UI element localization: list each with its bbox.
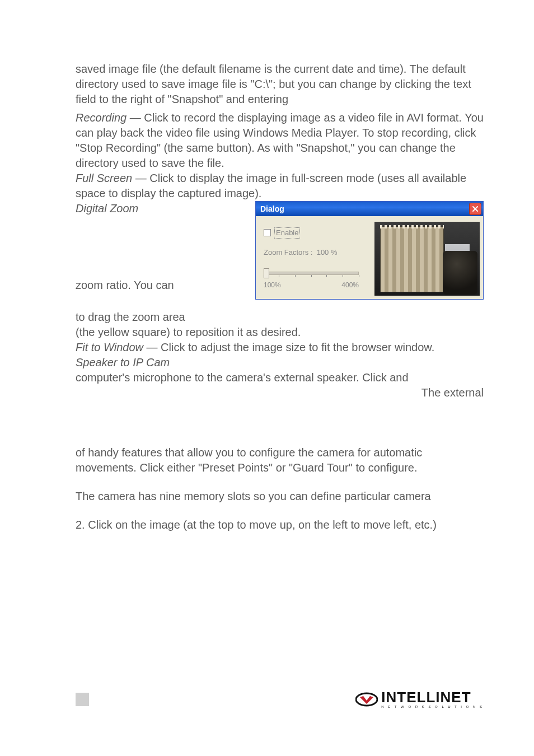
preview-top-edge: [380, 225, 444, 228]
text-speaker-body: computer's microphone to the camera's ex…: [76, 370, 484, 385]
zoom-value: 100: [317, 248, 329, 256]
dialog-title: Dialog: [260, 204, 284, 214]
term-fit-window: Fit to Window: [76, 341, 143, 353]
logo-name: INTELLINET: [381, 690, 484, 704]
text-fullscreen: — Click to display the image in full-scr…: [76, 172, 466, 199]
dialog-controls: Enable Zoom Factors : 100 %: [261, 222, 371, 296]
spacer: [76, 400, 484, 445]
term-recording: Recording: [76, 111, 127, 124]
zoom-dialog: Dialog Enable Zoom Factors : 100 %: [255, 201, 484, 300]
page-footer: INTELLINET N E T W O R K S O L U T I O N…: [76, 690, 484, 709]
enable-row: Enable: [264, 227, 369, 239]
zoom-factors-row: Zoom Factors : 100 %: [264, 248, 369, 258]
text-drag-area: to drag the zoom area: [76, 310, 484, 325]
paragraph-fullscreen: Full Screen — Click to display the image…: [76, 171, 484, 201]
paragraph-recording: Recording — Click to record the displayi…: [76, 110, 484, 171]
term-speaker: Speaker to IP Cam: [76, 356, 170, 368]
document-page: saved image file (the default filename i…: [0, 0, 534, 756]
paragraph-saved-image: saved image file (the default filename i…: [76, 62, 484, 107]
slider-max: 400%: [341, 281, 359, 290]
text-external: The external: [76, 385, 484, 400]
camera-preview[interactable]: [374, 222, 480, 296]
brand-logo: INTELLINET N E T W O R K S O L U T I O N…: [355, 690, 484, 709]
preview-curtains: [380, 226, 444, 292]
preview-foreground: [443, 251, 477, 295]
footer-page-box: [76, 693, 89, 706]
slider-thumb[interactable]: [264, 268, 269, 278]
logo-text-block: INTELLINET N E T W O R K S O L U T I O N…: [381, 690, 484, 709]
text-yellow-square: (the yellow square) to reposition it as …: [76, 325, 484, 340]
text-recording: — Click to record the displaying image a…: [76, 111, 484, 169]
dialog-body: Enable Zoom Factors : 100 %: [256, 216, 483, 299]
text-fit: — Click to adjust the image size to fit …: [143, 341, 434, 353]
dialog-titlebar[interactable]: Dialog: [256, 202, 483, 216]
slider-min: 100%: [264, 281, 281, 290]
zoom-percent: %: [331, 248, 338, 256]
paragraph-speaker: Speaker to IP Cam: [76, 355, 484, 370]
slider-labels: 100% 400%: [264, 281, 359, 290]
zoom-slider-area: 100% 400%: [264, 269, 369, 290]
paragraph-fit: Fit to Window — Click to adjust the imag…: [76, 340, 484, 355]
enable-label: Enable: [274, 227, 300, 239]
text-handy-features: of handy features that allow you to conf…: [76, 445, 484, 475]
spacer: [76, 504, 484, 517]
zoom-factors-label: Zoom Factors :: [264, 248, 312, 256]
term-fullscreen: Full Screen: [76, 172, 132, 184]
close-button[interactable]: [469, 203, 481, 215]
term-digital-zoom: Digital Zoom: [76, 202, 138, 214]
logo-subtitle: N E T W O R K S O L U T I O N S: [381, 704, 484, 709]
enable-checkbox[interactable]: [264, 229, 271, 236]
zoom-slider[interactable]: [264, 269, 359, 279]
text-nine-slots: The camera has nine memory slots so you …: [76, 489, 484, 504]
logo-icon: [355, 692, 378, 707]
step-number: 2.: [76, 519, 85, 531]
step-2: 2. Click on the image (at the top to mov…: [76, 517, 484, 533]
spacer: [76, 475, 484, 489]
step-text: Click on the image (at the top to move u…: [88, 519, 437, 531]
close-icon: [472, 206, 479, 212]
